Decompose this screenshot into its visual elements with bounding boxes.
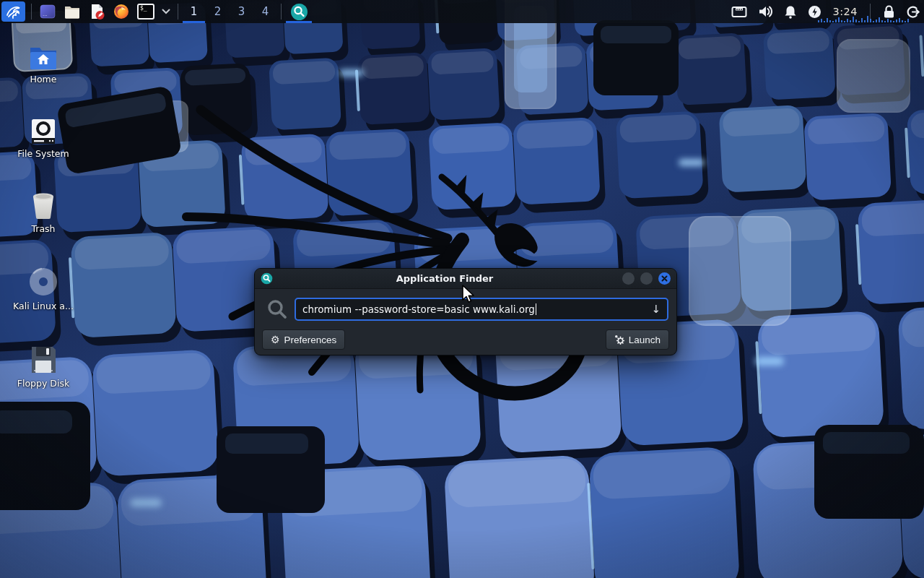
workspace-label: 2	[214, 5, 222, 18]
panel-spacer	[313, 0, 731, 23]
panel-separator	[281, 4, 282, 20]
launch-button-label: Launch	[629, 335, 661, 345]
floppy-disk-icon	[30, 345, 57, 374]
workspace-label: 1	[191, 5, 198, 18]
desktop-icon-kali-cd[interactable]: Kali Linux a...	[9, 268, 78, 311]
notification-bell-icon[interactable]	[784, 5, 797, 19]
application-finder-icon	[290, 3, 308, 21]
desktop-root: { "panel": { "workspaces": { "items": ["…	[0, 0, 924, 578]
launcher-appearance[interactable]: ...	[38, 2, 57, 21]
launch-button[interactable]: Launch	[606, 329, 669, 350]
terminal-prompt-glyph: $_	[140, 5, 147, 12]
volume-icon[interactable]	[758, 5, 773, 18]
preferences-button[interactable]: ⚙ Preferences	[262, 329, 345, 350]
workspace-4-button[interactable]: 4	[253, 0, 277, 23]
launch-icon	[614, 335, 624, 345]
gear-icon: ⚙	[271, 335, 280, 345]
chevron-down-icon	[162, 9, 170, 14]
firefox-icon	[113, 3, 130, 20]
text-caret	[536, 303, 537, 315]
launcher-terminal[interactable]: $_	[136, 2, 155, 21]
mouse-cursor	[460, 284, 476, 304]
close-icon	[661, 275, 668, 282]
workspace-1-button[interactable]: 1	[182, 0, 206, 23]
desktop-icon-trash[interactable]: Trash	[9, 191, 78, 234]
panel-separator	[178, 4, 178, 20]
folder-icon	[64, 3, 81, 20]
application-finder-icon	[261, 272, 273, 285]
application-finder-window: Application Finder chromium --password-s…	[254, 268, 677, 355]
svg-text:...: ...	[43, 12, 48, 17]
workspace-label: 4	[262, 5, 269, 18]
desktop-icon-label: File System	[9, 148, 78, 159]
launcher-file-manager[interactable]	[63, 2, 82, 21]
history-dropdown-arrow-icon[interactable]: ↓	[651, 303, 661, 316]
taskbar-application-finder[interactable]	[285, 0, 313, 23]
workspace-3-button[interactable]: 3	[230, 0, 253, 23]
window-title: Application Finder	[273, 273, 616, 284]
maximize-button[interactable]	[640, 272, 653, 285]
launcher-firefox[interactable]	[112, 2, 131, 21]
trash-icon	[29, 191, 58, 220]
wallpaper-waveform	[818, 14, 909, 22]
document-edit-icon	[88, 3, 105, 20]
desktop-icon-label: Trash	[9, 223, 78, 234]
network-icon[interactable]	[731, 6, 747, 18]
desktop-icon-label: Floppy Disk	[9, 378, 78, 389]
command-input[interactable]: chromium --password-store=basic www.kali…	[295, 298, 668, 321]
desktop-icon-label: Kali Linux a...	[9, 301, 78, 311]
close-button[interactable]	[658, 272, 671, 285]
window-app-icon: ...	[39, 3, 56, 20]
launcher-expand-chevron[interactable]	[160, 9, 172, 14]
workspace-2-button[interactable]: 2	[206, 0, 230, 23]
command-input-value: chromium --password-store=basic www.kali…	[302, 303, 535, 315]
top-panel: ... $_ 1 2 3 4	[0, 0, 924, 23]
desktop-icon-file-system[interactable]: File System	[9, 116, 78, 159]
home-folder-icon	[29, 46, 58, 70]
minimize-button[interactable]	[622, 272, 635, 285]
panel-separator	[31, 4, 32, 20]
terminal-icon: $_	[137, 4, 154, 20]
search-icon	[266, 298, 288, 320]
hard-drive-icon	[30, 118, 57, 144]
applications-menu-button[interactable]	[1, 1, 25, 22]
desktop-icon-home[interactable]: Home	[9, 41, 78, 85]
launcher-text-editor[interactable]	[87, 2, 106, 21]
desktop-icon-label: Home	[9, 74, 78, 85]
preferences-button-label: Preferences	[284, 335, 337, 345]
desktop-icon-floppy-disk[interactable]: Floppy Disk	[9, 345, 78, 389]
kali-dragon-icon	[5, 3, 22, 20]
optical-disc-icon	[28, 267, 58, 297]
workspace-label: 3	[238, 5, 245, 18]
